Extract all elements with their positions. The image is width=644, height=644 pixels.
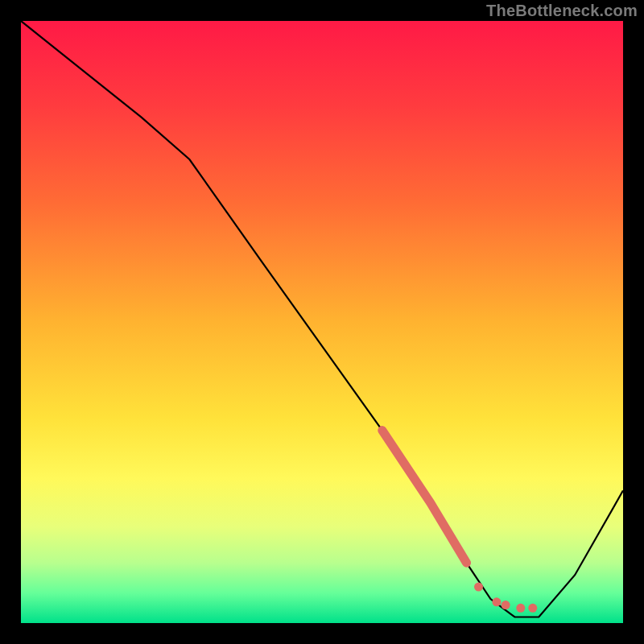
highlight-dot <box>474 583 483 592</box>
highlight-dot <box>492 597 501 606</box>
chart-canvas <box>21 21 623 623</box>
chart-frame: TheBottleneck.com <box>0 0 644 644</box>
highlight-dot <box>528 604 537 613</box>
plot-area <box>21 21 623 623</box>
highlight-dot <box>502 601 510 609</box>
highlight-dot <box>516 604 525 613</box>
gradient-background <box>21 21 623 623</box>
watermark-label: TheBottleneck.com <box>486 2 638 20</box>
